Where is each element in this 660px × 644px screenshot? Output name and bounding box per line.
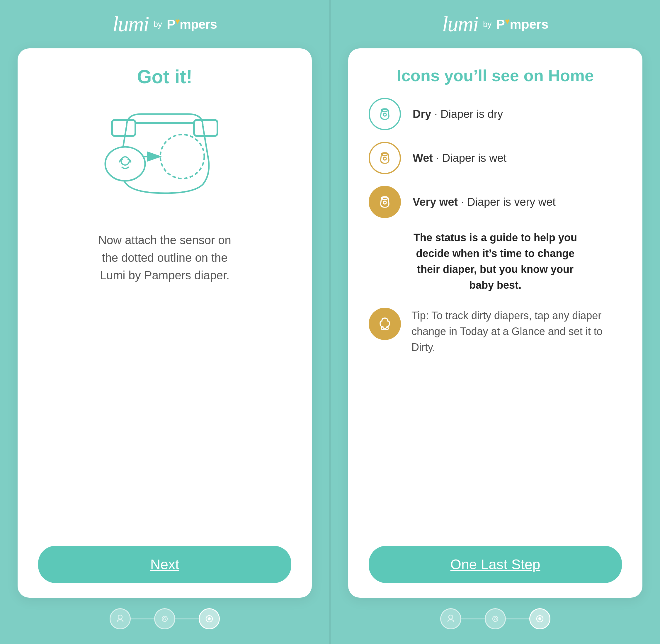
svg-point-19 xyxy=(382,327,384,328)
dot-r2 xyxy=(485,608,506,629)
left-screen: lumi by P♥mpers Got it! xyxy=(0,0,329,644)
tip-text: Tip: To track dirty diapers, tap any dia… xyxy=(411,308,622,355)
logo-lumi-left: lumi xyxy=(113,12,149,37)
logo-pampers-right: P♥mpers xyxy=(496,17,549,32)
dot-3-active xyxy=(199,608,220,629)
svg-point-20 xyxy=(386,327,387,328)
svg-point-22 xyxy=(493,616,498,621)
right-card: Icons you’ll see on Home Dry · Diaper is… xyxy=(348,48,642,598)
svg-rect-13 xyxy=(382,109,387,112)
svg-rect-17 xyxy=(382,197,387,200)
dry-icon-circle xyxy=(369,98,401,130)
svg-point-21 xyxy=(449,615,453,619)
svg-point-16 xyxy=(383,157,386,160)
status-note: The status is a guide to help you decide… xyxy=(413,230,578,293)
svg-point-18 xyxy=(383,201,386,204)
dot-r3-active xyxy=(529,608,550,629)
tip-row: Tip: To track dirty diapers, tap any dia… xyxy=(369,308,622,355)
logo-lumi-right: lumi xyxy=(442,12,478,37)
logo-right: lumi by P♥mpers xyxy=(442,12,548,37)
svg-rect-0 xyxy=(112,120,135,136)
dot-line-r1 xyxy=(461,619,485,619)
left-title: Got it! xyxy=(137,66,192,88)
right-screen: lumi by P♥mpers Icons you’ll see on Home… xyxy=(331,0,660,644)
diaper-illustration xyxy=(94,102,235,214)
icons-list: Dry · Diaper is dry Wet · Diaper is wet xyxy=(369,98,622,218)
dot-1 xyxy=(110,608,131,629)
logo-left: lumi by P♥mpers xyxy=(113,12,217,37)
dot-line-2 xyxy=(175,619,199,619)
svg-point-3 xyxy=(160,135,204,179)
svg-point-12 xyxy=(208,617,211,620)
left-description: Now attach the sensor on the dotted outl… xyxy=(94,231,235,383)
logo-pampers-left: P♥mpers xyxy=(167,17,217,32)
dot-line-1 xyxy=(131,619,154,619)
dot-line-r2 xyxy=(506,619,529,619)
svg-point-23 xyxy=(494,618,496,620)
wet-label: Wet · Diaper is wet xyxy=(412,152,506,164)
next-button-label: Next xyxy=(150,557,179,572)
svg-point-25 xyxy=(538,617,541,620)
dry-row: Dry · Diaper is dry xyxy=(369,98,622,130)
wet-row: Wet · Diaper is wet xyxy=(369,142,622,174)
svg-rect-15 xyxy=(382,153,387,156)
dry-label: Dry · Diaper is dry xyxy=(412,108,503,120)
very-wet-icon-circle xyxy=(369,186,401,218)
logo-by-right: by xyxy=(483,20,492,29)
one-last-step-label: One Last Step xyxy=(450,557,540,572)
progress-dots-right xyxy=(348,608,642,629)
svg-point-9 xyxy=(162,616,167,621)
one-last-step-button[interactable]: One Last Step xyxy=(369,546,622,583)
logo-by-left: by xyxy=(153,20,162,29)
progress-dots-left xyxy=(18,608,312,629)
svg-point-14 xyxy=(383,113,386,116)
svg-point-8 xyxy=(118,615,122,619)
very-wet-label: Very wet · Diaper is very wet xyxy=(412,196,556,208)
very-wet-row: Very wet · Diaper is very wet xyxy=(369,186,622,218)
svg-point-6 xyxy=(105,147,145,181)
right-title: Icons you’ll see on Home xyxy=(397,66,594,85)
next-button[interactable]: Next xyxy=(38,546,291,583)
dot-2 xyxy=(154,608,175,629)
left-card: Got it! xyxy=(18,48,312,598)
svg-point-10 xyxy=(164,618,166,620)
wet-icon-circle xyxy=(369,142,401,174)
dot-r1 xyxy=(440,608,461,629)
tip-icon-circle xyxy=(369,308,401,340)
svg-rect-1 xyxy=(194,120,217,136)
